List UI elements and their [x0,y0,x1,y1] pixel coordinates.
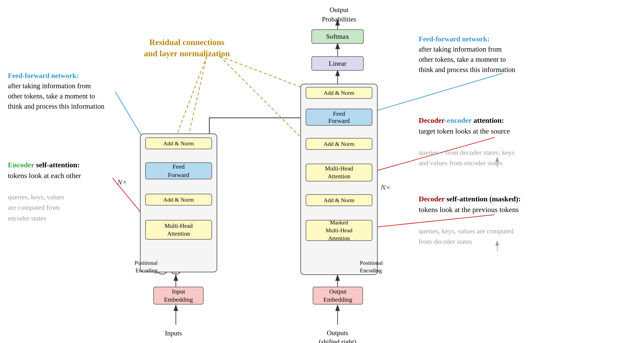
enc-feed-forward-box: FeedForward [145,162,212,179]
enc-multi-head-box: Multi-HeadAttention [145,220,212,240]
diagram-container: OutputProbabilities Softmax Linear Add &… [0,0,644,343]
linear-box: Linear [311,56,364,71]
enc-ff-annotation: Feed-forward network: after taking infor… [8,71,104,112]
dec-ff-annotation: Feed-forward network: after taking infor… [419,34,515,75]
dec-masked-box: MaskedMulti-HeadAttention [306,220,372,241]
pos-enc-right-label: PositionalEncoding [360,259,391,274]
dec-cross-attn-box: Multi-HeadAttention [306,164,372,181]
svg-line-35 [220,56,307,144]
enc-self-attn-annotation: Encoder self-attention: tokens look at e… [8,160,81,224]
inputs-label: Inputs [165,329,182,338]
pos-enc-left-label: PositionalEncoding [129,259,158,274]
svg-line-34 [220,56,307,90]
enc-nx-label: N× [117,178,127,186]
svg-line-37 [361,73,502,115]
svg-line-32 [173,56,207,145]
enc-add-norm1-box: Add & Norm [145,194,212,206]
dec-cross-attn-annotation: Decoder-encoder attention: target token … [419,115,514,168]
dec-add-norm2-box: Add & Norm [306,138,372,150]
residual-annotation: Residual connectionsand layer normalizat… [144,37,230,59]
input-embedding-box: InputEmbedding [153,287,204,305]
dec-feed-forward-box: FeedForward [306,109,372,126]
dec-add-norm3-box: Add & Norm [306,87,372,99]
dec-add-norm1-box: Add & Norm [306,194,372,206]
dec-self-attn-annotation: Decoder self-attention (masked): tokens … [419,194,521,247]
output-probs-label: OutputProbabilities [322,5,356,24]
dec-nx-label: N× [381,183,391,192]
softmax-box: Softmax [311,29,364,44]
output-embedding-box: OutputEmbedding [313,287,363,305]
enc-add-norm2-box: Add & Norm [145,137,212,149]
outputs-label: Outputs(shifted right) [319,329,356,343]
